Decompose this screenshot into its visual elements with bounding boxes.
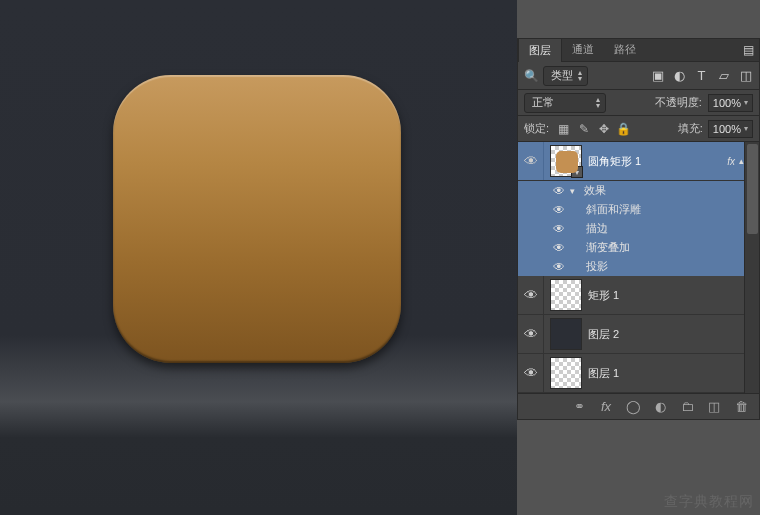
- shape-badge-icon: ▾: [571, 166, 583, 178]
- effects-collapse-icon[interactable]: ▾: [570, 186, 584, 196]
- canvas-area: [0, 0, 517, 515]
- layer-row[interactable]: 👁 图层 1: [518, 354, 759, 393]
- panels-area: 图层 通道 路径 ▤ 🔍 类型 ▴▾ ▣ ◐ T ▱ ◫ 正常 ▴▾: [517, 0, 760, 515]
- fill-label: 填充:: [678, 121, 703, 136]
- panel-tabs: 图层 通道 路径 ▤: [518, 39, 759, 62]
- visibility-icon[interactable]: 👁: [518, 354, 544, 392]
- layer-thumbnail[interactable]: ▾: [550, 145, 582, 177]
- layer-row-selected[interactable]: 👁 ▾ 圆角矩形 1 fx ▴: [518, 142, 759, 181]
- panel-menu-icon[interactable]: ▤: [737, 39, 759, 61]
- layer-thumbnail[interactable]: [550, 357, 582, 389]
- layers-panel: 图层 通道 路径 ▤ 🔍 类型 ▴▾ ▣ ◐ T ▱ ◫ 正常 ▴▾: [517, 38, 760, 420]
- filter-smart-icon[interactable]: ◫: [738, 68, 753, 83]
- fill-input[interactable]: 100%▾: [708, 120, 753, 138]
- visibility-icon[interactable]: 👁: [548, 203, 570, 217]
- dropdown-arrows-icon: ▴▾: [596, 97, 600, 109]
- lock-row: 锁定: ▦ ✎ ✥ 🔒 填充: 100%▾: [518, 116, 759, 142]
- filter-adjust-icon[interactable]: ◐: [672, 68, 687, 83]
- scrollbar[interactable]: [744, 142, 759, 393]
- tab-paths[interactable]: 路径: [604, 38, 646, 61]
- layer-filter-row: 🔍 类型 ▴▾ ▣ ◐ T ▱ ◫: [518, 62, 759, 90]
- layer-name[interactable]: 圆角矩形 1: [588, 154, 727, 169]
- visibility-icon[interactable]: 👁: [548, 241, 570, 255]
- layer-name[interactable]: 矩形 1: [588, 288, 744, 303]
- visibility-icon[interactable]: 👁: [518, 315, 544, 353]
- opacity-input[interactable]: 100%▾: [708, 94, 753, 112]
- lock-pixels-icon[interactable]: ✎: [576, 121, 591, 136]
- delete-layer-icon[interactable]: 🗑: [733, 399, 749, 415]
- watermark: 查字典教程网: [664, 493, 754, 511]
- lock-all-icon[interactable]: 🔒: [616, 121, 631, 136]
- filter-shape-icon[interactable]: ▱: [716, 68, 731, 83]
- layer-row[interactable]: 👁 图层 2: [518, 315, 759, 354]
- opacity-label: 不透明度:: [655, 95, 702, 110]
- link-layers-icon[interactable]: ⚭: [571, 399, 587, 415]
- scroll-thumb[interactable]: [747, 144, 758, 234]
- layer-style-icon[interactable]: fx: [598, 399, 614, 415]
- layer-thumbnail[interactable]: [550, 318, 582, 350]
- adjustment-layer-icon[interactable]: ◐: [652, 399, 668, 415]
- lock-transparent-icon[interactable]: ▦: [556, 121, 571, 136]
- lock-position-icon[interactable]: ✥: [596, 121, 611, 136]
- layer-name[interactable]: 图层 2: [588, 327, 744, 342]
- search-icon: 🔍: [524, 69, 539, 83]
- layer-mask-icon[interactable]: ◯: [625, 399, 641, 415]
- visibility-icon[interactable]: 👁: [548, 260, 570, 274]
- rounded-rect-icon: [113, 75, 401, 363]
- filter-type-dropdown[interactable]: 类型 ▴▾: [543, 66, 588, 86]
- visibility-icon[interactable]: 👁: [518, 276, 544, 314]
- effect-stroke[interactable]: 👁 描边: [518, 219, 759, 238]
- tab-layers[interactable]: 图层: [518, 38, 562, 62]
- new-group-icon[interactable]: 🗀: [679, 399, 695, 415]
- effect-gradient-overlay[interactable]: 👁 渐变叠加: [518, 238, 759, 257]
- new-layer-icon[interactable]: ◫: [706, 399, 722, 415]
- layers-bottom-bar: ⚭ fx ◯ ◐ 🗀 ◫ 🗑: [518, 393, 759, 419]
- lock-label: 锁定:: [524, 121, 549, 136]
- layer-thumbnail[interactable]: [550, 279, 582, 311]
- blend-mode-dropdown[interactable]: 正常 ▴▾: [524, 93, 606, 113]
- effect-drop-shadow[interactable]: 👁 投影: [518, 257, 759, 276]
- effects-header[interactable]: 👁 ▾ 效果: [518, 181, 759, 200]
- effect-bevel[interactable]: 👁 斜面和浮雕: [518, 200, 759, 219]
- layer-name[interactable]: 图层 1: [588, 366, 744, 381]
- dropdown-arrows-icon: ▴▾: [578, 70, 582, 82]
- visibility-icon[interactable]: 👁: [548, 184, 570, 198]
- visibility-icon[interactable]: 👁: [518, 142, 544, 180]
- layers-list: 👁 ▾ 圆角矩形 1 fx ▴ 👁 ▾ 效果 👁 斜面和浮雕 👁 描边: [518, 142, 759, 393]
- layer-row[interactable]: 👁 矩形 1: [518, 276, 759, 315]
- filter-image-icon[interactable]: ▣: [650, 68, 665, 83]
- visibility-icon[interactable]: 👁: [548, 222, 570, 236]
- blend-mode-row: 正常 ▴▾ 不透明度: 100%▾: [518, 90, 759, 116]
- tab-channels[interactable]: 通道: [562, 38, 604, 61]
- fx-indicator[interactable]: fx: [727, 156, 735, 167]
- filter-text-icon[interactable]: T: [694, 68, 709, 83]
